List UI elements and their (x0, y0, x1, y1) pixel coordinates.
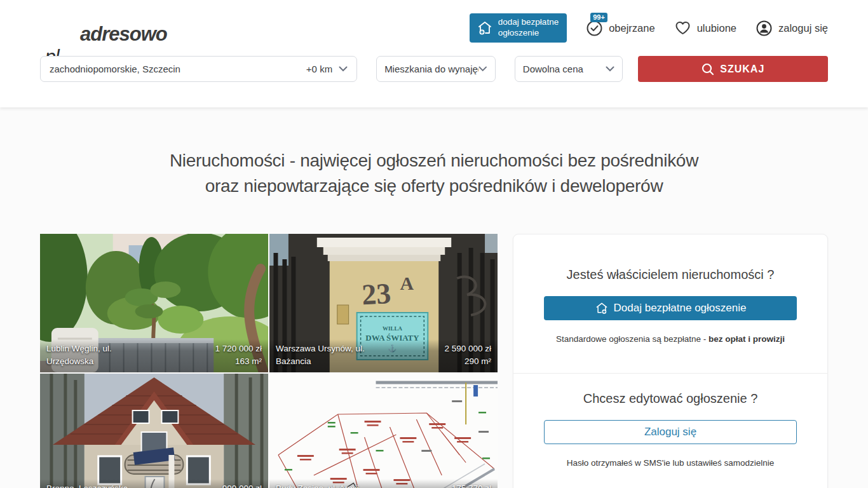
edit-section: Chcesz edytować ogłoszenie ? Zaloguj się… (513, 373, 827, 488)
price-value: Dowolna cena (523, 64, 583, 74)
radius-dropdown[interactable]: +0 km (306, 64, 348, 74)
listing-card[interactable]: 23 A WILLA DWA ŚWIATY ⚓ Warszawa Ursynów… (269, 234, 498, 372)
logo-text-main: adresowo (40, 23, 207, 46)
house-plus-icon (477, 20, 493, 36)
listing-card[interactable]: Bronno, Leszczyńska 999 000 zł (40, 374, 268, 488)
check-circle-icon (586, 20, 603, 37)
listing-location: Lublin Węglin, ul. Urzędowska (46, 342, 112, 369)
property-photo-plot-map (269, 374, 498, 488)
svg-text:23: 23 (361, 277, 391, 311)
listing-price: 999 000 zł (222, 482, 262, 488)
edit-heading: Chcesz edytować ogłoszenie ? (544, 391, 797, 406)
search-button-label: SZUKAJ (720, 64, 764, 75)
header-actions: dodaj bezpłatne ogłoszenie 99+ obejrzane (470, 13, 828, 42)
login-link[interactable]: zaloguj się (756, 20, 828, 37)
listing-card[interactable]: Budy Zosine, ul. Armii 175 770 zł (269, 374, 498, 488)
favorites-label: ulubione (697, 22, 736, 34)
sidebar-add-listing-label: Dodaj bezpłatne ogłoszenie (614, 302, 747, 315)
page-title: Nieruchomości - najwięcej ogłoszeń nieru… (0, 148, 868, 199)
listing-meta: 1 720 000 zł 163 m² (215, 342, 262, 369)
chevron-down-icon (606, 66, 614, 72)
property-photo-house (40, 374, 268, 488)
category-value: Mieszkania do wynajęc (384, 64, 478, 74)
login-label: zaloguj się (778, 22, 828, 34)
listing-caption: Bronno, Leszczyńska 999 000 zł (40, 479, 268, 488)
listing-location: Warszawa Ursynów, ul. Bażancia (276, 342, 365, 369)
viewed-link[interactable]: 99+ obejrzane (586, 20, 654, 37)
listing-meta: 999 000 zł (222, 482, 262, 488)
edit-note: Hasło otrzymałeś w SMS'ie lub ustawiłeś … (544, 458, 797, 468)
add-listing-button[interactable]: dodaj bezpłatne ogłoszenie (470, 13, 567, 42)
listing-meta: 2 590 000 zł 290 m² (444, 342, 491, 369)
viewed-count-badge: 99+ (590, 13, 607, 22)
listing-caption: Lublin Węglin, ul. Urzędowska 1 720 000 … (40, 339, 268, 373)
svg-text:A: A (400, 273, 414, 294)
price-select[interactable]: Dowolna cena (515, 56, 623, 82)
sidebar-login-button[interactable]: Zaloguj się (544, 420, 797, 444)
listing-price: 1 720 000 zł (215, 342, 262, 355)
header-top-row: adresowo.pl dodaj bezpłatne ogłoszenie (40, 0, 828, 56)
listing-price: 175 770 zł (452, 482, 491, 488)
listing-meta: 175 770 zł (452, 482, 491, 488)
listing-area: 290 m² (444, 355, 491, 368)
listing-location: Bronno, Leszczyńska (46, 482, 128, 488)
search-icon (701, 62, 715, 76)
svg-text:WILLA: WILLA (383, 325, 402, 332)
viewed-icon-wrap: 99+ (586, 20, 603, 37)
owner-heading: Jesteś właścicielem nieruchomości ? (544, 268, 797, 282)
listing-card[interactable]: Lublin Węglin, ul. Urzędowska 1 720 000 … (40, 234, 268, 372)
favorites-link[interactable]: ulubione (674, 20, 736, 37)
add-listing-label: dodaj bezpłatne ogłoszenie (498, 17, 559, 37)
search-button[interactable]: SZUKAJ (638, 56, 828, 82)
owner-section: Jesteś właścicielem nieruchomości ? Doda… (513, 234, 827, 373)
heart-icon (674, 20, 691, 37)
chevron-down-icon (339, 66, 348, 72)
location-value: zachodniopomorskie, Szczecin (50, 64, 180, 74)
main-content: Lublin Węglin, ul. Urzędowska 1 720 000 … (0, 234, 868, 488)
house-plus-icon (595, 301, 609, 315)
header: adresowo.pl dodaj bezpłatne ogłoszenie (0, 0, 868, 107)
listing-location: Budy Zosine, ul. Armii (276, 482, 359, 488)
listings-grid: Lublin Węglin, ul. Urzędowska 1 720 000 … (40, 234, 498, 488)
listing-caption: Warszawa Ursynów, ul. Bażancia 2 590 000… (269, 339, 498, 373)
sidebar-add-listing-button[interactable]: Dodaj bezpłatne ogłoszenie (544, 296, 797, 320)
radius-value: +0 km (306, 64, 332, 74)
listing-price: 2 590 000 zł (444, 342, 491, 355)
viewed-label: obejrzane (609, 22, 654, 34)
location-input[interactable]: zachodniopomorskie, Szczecin +0 km (40, 56, 357, 82)
user-circle-icon (756, 20, 773, 37)
chevron-down-icon (478, 66, 487, 72)
listing-area: 163 m² (215, 355, 262, 368)
listing-caption: Budy Zosine, ul. Armii 175 770 zł (269, 479, 498, 488)
sidebar-panel: Jesteś właścicielem nieruchomości ? Doda… (513, 234, 828, 488)
search-bar: zachodniopomorskie, Szczecin +0 km Miesz… (40, 56, 828, 82)
sidebar-login-label: Zaloguj się (644, 426, 696, 438)
owner-note: Standardowe ogłoszenia są bezpłatne - be… (544, 334, 797, 344)
category-select[interactable]: Mieszkania do wynajęc (376, 56, 496, 82)
